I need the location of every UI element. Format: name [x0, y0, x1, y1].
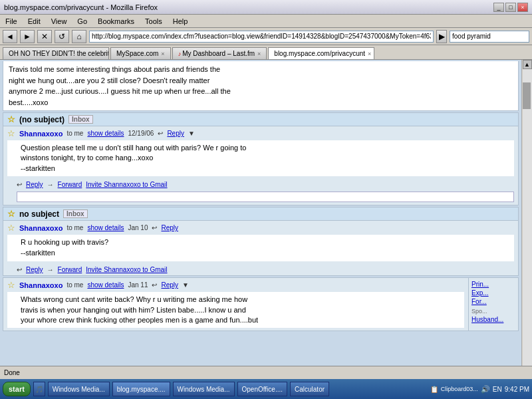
taskbar-item-3[interactable]: OpenOffice....: [237, 382, 288, 396]
menu-bookmarks[interactable]: Bookmarks: [95, 16, 137, 27]
taskbar-icons: 📋 Clipboard03... 🔊 EN 9:42 PM: [430, 385, 529, 394]
email-3: ☆ Shannaxoxo to me show details Jan 11 ↩…: [3, 277, 469, 331]
email-3-star[interactable]: ☆: [7, 280, 15, 290]
email-2-sender: Shannaxoxo: [19, 224, 63, 232]
email-3-right-panel: Prin... Exp... For... Spo... Husband...: [469, 277, 519, 331]
email-3-dropdown[interactable]: ▼: [182, 281, 189, 289]
email-1-reply-box[interactable]: [17, 192, 514, 202]
email-1-to: to me: [66, 130, 83, 137]
menu-tools[interactable]: Tools: [142, 16, 165, 27]
sponsored-label: Spo...: [471, 308, 515, 315]
taskbar-item-1[interactable]: blog.myspace....: [112, 382, 170, 396]
email-3-show-details[interactable]: show details: [87, 281, 124, 289]
tab-label-3: blog.myspace.com/privacycunt: [274, 50, 365, 57]
email-3-reply-link[interactable]: Reply: [161, 281, 178, 289]
email-1-reply-link[interactable]: Reply: [167, 130, 184, 137]
email-1-star2[interactable]: ☆: [7, 128, 15, 138]
husband-link[interactable]: Husband...: [471, 316, 515, 323]
email-2-invite[interactable]: Invite Shannaxoxo to Gmail: [86, 266, 167, 273]
email-2-forward[interactable]: Forward: [58, 266, 82, 273]
menu-go[interactable]: Go: [74, 16, 90, 27]
email-1-header: ☆ Shannaxoxo to me show details 12/19/06…: [3, 126, 518, 140]
tab-close-2[interactable]: ×: [257, 51, 261, 57]
scroll-up[interactable]: ▲: [523, 60, 532, 69]
email-2-fwd-arrow: →: [47, 266, 54, 273]
top-line-1: Travis told me some interesting things a…: [9, 64, 513, 75]
export-btn[interactable]: Exp...: [471, 289, 515, 297]
taskbar-item-2[interactable]: Windows Media...: [173, 382, 235, 396]
tab-1[interactable]: MySpace.com ×: [110, 47, 171, 59]
close-button[interactable]: ×: [517, 3, 528, 12]
taskbar-item-4-label: Calculator: [295, 386, 325, 393]
menu-view[interactable]: View: [49, 16, 70, 27]
email-2-subject-bar: ☆ no subject Inbox: [3, 207, 518, 221]
taskbar-icon-1[interactable]: 🎵: [33, 382, 45, 396]
email-2-badge: Inbox: [63, 209, 88, 218]
email-2-actions: ↩ Reply → Forward Invite Shannaxoxo to G…: [3, 264, 518, 275]
email-1-subject: (no subject): [19, 115, 65, 124]
email-2-body-line-1: R u hooking up with travis?: [21, 237, 509, 247]
scroll-track[interactable]: [523, 69, 532, 370]
top-line-2: night we hung out....are you 2 still clo…: [9, 75, 513, 86]
email-1-sender: Shannaxoxo: [19, 130, 63, 138]
tab-3[interactable]: blog.myspace.com/privacycunt ×: [268, 47, 374, 59]
email-3-date: Jan 11: [128, 281, 148, 289]
email-2-reply[interactable]: Reply: [26, 266, 43, 273]
window-title: blog.myspace.com/privacycunt - Mozilla F…: [4, 3, 158, 11]
email-2-header: ☆ Shannaxoxo to me show details Jan 10 ↩…: [3, 221, 518, 235]
email-3-body-line-2: travis is when your hanging out with him…: [21, 305, 459, 315]
email-2-to: to me: [66, 224, 83, 231]
email-1-invite[interactable]: Invite Shannaxoxo to Gmail: [86, 181, 167, 188]
tab-0[interactable]: OH NO THEY DIDN'T! the celebrities are d…: [3, 47, 109, 59]
email-1-forward[interactable]: Forward: [58, 181, 82, 188]
email-1-date: 12/19/06: [128, 130, 154, 137]
main-scroll[interactable]: Travis told me some interesting things a…: [0, 60, 521, 379]
top-partial-email: Travis told me some interesting things a…: [3, 61, 519, 111]
minimize-button[interactable]: _: [493, 3, 504, 12]
email-2-star[interactable]: ☆: [7, 209, 15, 219]
email-1-reply-arrow: ↩: [17, 181, 22, 188]
menu-edit[interactable]: Edit: [25, 16, 43, 27]
start-button[interactable]: start: [3, 382, 31, 396]
email-1-dropdown[interactable]: ▼: [188, 130, 195, 137]
for-btn[interactable]: For...: [471, 298, 515, 305]
print-btn[interactable]: Prin...: [471, 281, 515, 288]
email-2-reply-link[interactable]: Reply: [161, 224, 178, 231]
email-2-star2[interactable]: ☆: [7, 223, 15, 233]
email-1-show-details[interactable]: show details: [87, 130, 124, 137]
email-1-body-line-1: Question please tell me u don't still ha…: [21, 143, 509, 153]
email-3-to: to me: [66, 281, 83, 289]
scroll-thumb[interactable]: [523, 82, 531, 109]
stop-button[interactable]: ✕: [37, 30, 52, 43]
forward-button[interactable]: ►: [20, 30, 35, 43]
email-1-reply[interactable]: Reply: [26, 181, 43, 188]
tab-close-3[interactable]: ×: [368, 51, 371, 57]
email-3-body: Whats wrong cunt cant write back? Why r …: [7, 292, 464, 328]
clipboard-label: Clipboard03...: [441, 386, 478, 392]
scrollbar[interactable]: ▲ ▼: [521, 60, 532, 379]
taskbar-item-0[interactable]: Windows Media...: [48, 382, 110, 396]
email-2-body: R u hooking up with travis? --starkitten: [7, 235, 514, 261]
browser-content: Travis told me some interesting things a…: [0, 60, 532, 379]
top-line-3: anymore 2 me...just curious....I guess h…: [9, 86, 513, 97]
taskbar-item-4[interactable]: Calculator: [290, 382, 329, 396]
address-bar[interactable]: [89, 31, 434, 43]
tab-close-1[interactable]: ×: [161, 51, 164, 57]
refresh-button[interactable]: ↺: [55, 30, 69, 43]
menu-help[interactable]: Help: [170, 16, 191, 27]
email-1-body-line-2: winstons tonight, try to come hang...xox…: [21, 153, 509, 163]
menu-file[interactable]: File: [3, 16, 20, 27]
email-1-star[interactable]: ☆: [7, 114, 15, 124]
back-button[interactable]: ◄: [3, 30, 17, 43]
go-button[interactable]: ▶: [436, 30, 447, 43]
search-input[interactable]: [450, 31, 529, 43]
email-3-body-line-1: Whats wrong cunt cant write back? Why r …: [21, 295, 459, 305]
email-2-show-details[interactable]: show details: [87, 224, 124, 231]
clipboard-icon[interactable]: 📋: [430, 386, 438, 393]
maximize-button[interactable]: □: [505, 3, 516, 12]
tab-label-0: OH NO THEY DIDN'T! the celebrities are d…: [9, 50, 109, 57]
tab-2[interactable]: ♪ My Dashboard – Last.fm ×: [172, 47, 267, 59]
home-button[interactable]: ⌂: [72, 30, 86, 43]
volume-icon[interactable]: 🔊: [481, 385, 490, 394]
title-bar: blog.myspace.com/privacycunt - Mozilla F…: [0, 0, 532, 15]
